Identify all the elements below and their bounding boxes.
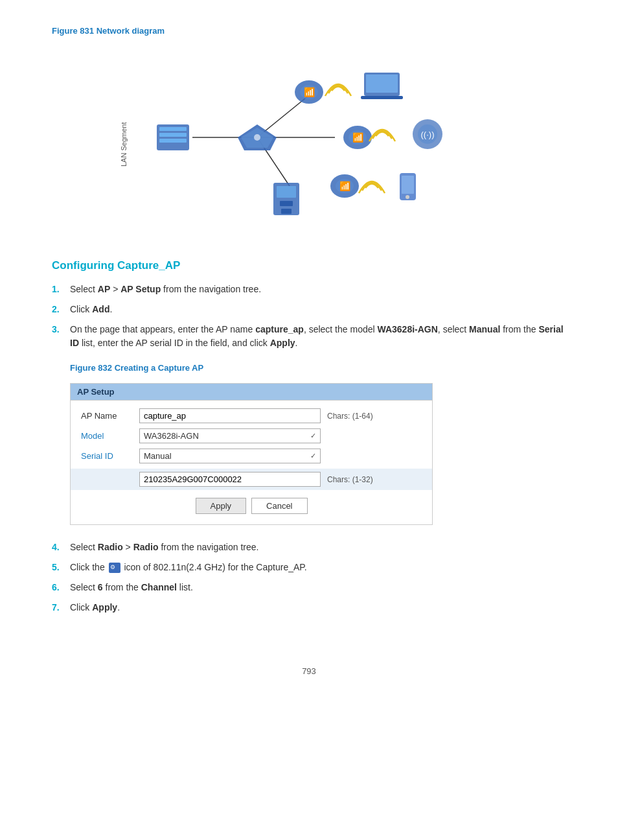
- svg-point-10: [254, 134, 260, 141]
- svg-point-28: [406, 195, 409, 199]
- form-buttons: Apply Cancel: [81, 498, 422, 517]
- svg-rect-31: [280, 201, 293, 206]
- model-dropdown-arrow: ✓: [310, 432, 316, 440]
- ap-name-row: AP Name Chars: (1-64): [81, 408, 422, 423]
- step-4-num: 4.: [52, 541, 70, 554]
- step-3-text: On the page that appears, enter the AP n…: [70, 323, 566, 350]
- network-diagram: 📶 📶 ((·)): [108, 43, 497, 231]
- apply-button[interactable]: Apply: [196, 498, 247, 514]
- step-1-num: 1.: [52, 283, 70, 296]
- model-field[interactable]: WA3628i-AGN ✓: [139, 428, 422, 443]
- svg-text:📶: 📶: [304, 87, 315, 98]
- serial-id-row: Serial ID Manual ✓: [81, 449, 422, 463]
- serial-id-select[interactable]: Manual ✓: [139, 449, 321, 463]
- svg-rect-32: [281, 209, 292, 214]
- serial-value-row: Chars: (1-32): [71, 469, 432, 490]
- step-1-text: Select AP > AP Setup from the navigation…: [70, 283, 566, 296]
- step-7-text: Click Apply.: [70, 601, 566, 614]
- svg-rect-15: [366, 75, 398, 93]
- model-row: Model WA3628i-AGN ✓: [81, 428, 422, 443]
- step-4: 4. Select Radio > Radio from the navigat…: [52, 541, 566, 554]
- ap-setup-form: AP Setup AP Name Chars: (1-64) Model WA3…: [70, 383, 433, 525]
- step-6: 6. Select 6 from the Channel list.: [52, 581, 566, 594]
- ap-name-label: AP Name: [81, 411, 139, 421]
- svg-rect-6: [159, 133, 187, 137]
- step-4-text: Select Radio > Radio from the navigation…: [70, 541, 566, 554]
- svg-rect-5: [159, 127, 187, 131]
- step-1: 1. Select AP > AP Setup from the navigat…: [52, 283, 566, 296]
- step-6-text: Select 6 from the Channel list.: [70, 581, 566, 594]
- step-7-num: 7.: [52, 601, 70, 614]
- svg-text:((·)): ((·)): [421, 130, 435, 139]
- ap-name-chars: Chars: (1-64): [327, 412, 373, 421]
- step-2: 2. Click Add.: [52, 303, 566, 316]
- section-title: Configuring Capture_AP: [52, 259, 566, 272]
- cancel-button[interactable]: Cancel: [251, 498, 307, 514]
- svg-rect-27: [402, 176, 414, 194]
- step-2-num: 2.: [52, 303, 70, 316]
- steps-list-after: 4. Select Radio > Radio from the navigat…: [52, 541, 566, 614]
- ap-form-body: AP Name Chars: (1-64) Model WA3628i-AGN …: [71, 401, 432, 524]
- step-5-text: Click the ⚙ icon of 802.11n(2.4 GHz) for…: [70, 561, 566, 574]
- ap-form-header: AP Setup: [71, 384, 432, 401]
- serial-id-label: Serial ID: [81, 451, 139, 461]
- step-2-text: Click Add.: [70, 303, 566, 316]
- ap-name-input[interactable]: [139, 408, 321, 423]
- ap-name-field: Chars: (1-64): [139, 408, 422, 423]
- figure-831-title: Figure 831 Network diagram: [52, 26, 566, 36]
- steps-list-before: 1. Select AP > AP Setup from the navigat…: [52, 283, 566, 350]
- serial-id-dropdown-arrow: ✓: [310, 452, 316, 460]
- step-5: 5. Click the ⚙ icon of 802.11n(2.4 GHz) …: [52, 561, 566, 574]
- serial-value-input[interactable]: [139, 472, 321, 487]
- serial-chars: Chars: (1-32): [327, 475, 373, 484]
- page-number: 793: [52, 666, 566, 676]
- serial-id-field[interactable]: Manual ✓: [139, 449, 422, 463]
- svg-text:📶: 📶: [339, 181, 351, 192]
- model-value: WA3628i-AGN: [144, 431, 199, 441]
- serial-id-value: Manual: [144, 451, 172, 461]
- svg-text:📶: 📶: [352, 132, 364, 143]
- svg-rect-30: [277, 186, 296, 198]
- step-7: 7. Click Apply.: [52, 601, 566, 614]
- figure-832-title: Figure 832 Creating a Capture AP: [70, 363, 566, 373]
- svg-rect-7: [159, 139, 187, 143]
- model-select[interactable]: WA3628i-AGN ✓: [139, 428, 321, 443]
- svg-rect-16: [361, 96, 403, 99]
- step-3-num: 3.: [52, 323, 70, 350]
- model-label: Model: [81, 431, 139, 441]
- step-6-num: 6.: [52, 581, 70, 594]
- config-icon: ⚙: [109, 563, 120, 573]
- step-3: 3. On the page that appears, enter the A…: [52, 323, 566, 350]
- lan-segment-label: LAN Segment: [120, 102, 128, 167]
- step-5-num: 5.: [52, 561, 70, 574]
